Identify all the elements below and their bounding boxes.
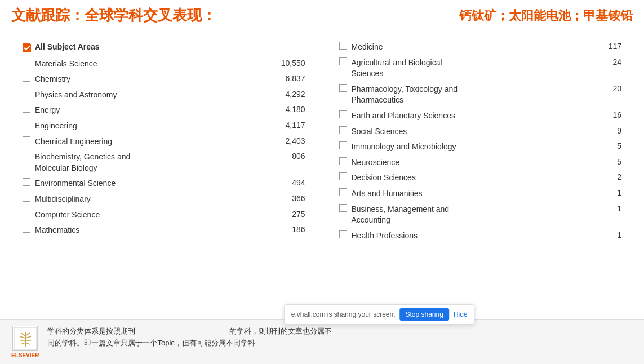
subject-label: Earth and Planetary Sciences [352, 110, 588, 122]
subject-checkbox[interactable] [339, 188, 347, 196]
subject-count: 1 [596, 230, 621, 239]
subject-label: Pharmacology, Toxicology andPharmaceutic… [352, 84, 588, 106]
subject-label: Biochemistry, Genetics andMolecular Biol… [35, 152, 271, 174]
footer-description: 学科的分类体系是按照期刊 的学科，则期刊的文章也分属不 同的学科。即一篇文章只属… [47, 326, 633, 349]
subject-count: 366 [280, 194, 305, 203]
subject-label: Medicine [352, 42, 588, 53]
all-subjects-label: All Subject Areas [35, 42, 305, 53]
list-item[interactable]: Biochemistry, Genetics andMolecular Biol… [23, 152, 305, 174]
list-item[interactable]: Business, Management andAccounting 1 [339, 204, 622, 226]
subject-label: Chemistry [35, 74, 271, 85]
list-item[interactable]: Energy 4,180 [23, 105, 305, 116]
subject-count: 9 [596, 126, 621, 135]
list-item[interactable]: Environmental Science 494 [23, 178, 305, 189]
subject-label: Chemical Engineering [35, 136, 271, 148]
subject-count: 20 [596, 84, 621, 93]
list-item[interactable]: Earth and Planetary Sciences 16 [339, 110, 622, 122]
subject-checkbox[interactable] [339, 230, 347, 238]
list-item[interactable]: Pharmacology, Toxicology andPharmaceutic… [339, 84, 622, 106]
subject-count: 4,292 [280, 90, 305, 99]
hide-button[interactable]: Hide [454, 310, 468, 318]
list-item[interactable]: Immunology and Microbiology 5 [339, 141, 622, 153]
list-item[interactable]: Mathematics 186 [23, 225, 305, 236]
subject-count: 275 [280, 210, 305, 219]
subject-label: Physics and Astronomy [35, 90, 271, 101]
subject-count: 117 [596, 42, 621, 51]
footer-text-line3: 同的学科。即一篇文章只属于一个Topic，但有可能分属不同学科 [47, 339, 255, 347]
right-subject-column: Medicine 117 Agricultural and Biological… [339, 42, 622, 246]
subject-label: Agricultural and BiologicalSciences [352, 57, 588, 79]
list-item[interactable]: Arts and Humanities 1 [339, 188, 622, 199]
list-item[interactable]: Health Professions 1 [339, 230, 622, 242]
list-item[interactable]: Chemistry 6,837 [23, 74, 305, 85]
elsevier-icon [12, 326, 38, 351]
subject-checkbox[interactable] [339, 157, 347, 165]
list-item[interactable]: Chemical Engineering 2,403 [23, 136, 305, 148]
elsevier-text: ELSEVIER [11, 352, 39, 358]
main-content: All Subject Areas Materials Science 10,5… [0, 30, 644, 257]
subject-count: 6,837 [280, 74, 305, 83]
subject-label: Engineering [35, 121, 271, 132]
subject-count: 5 [596, 157, 621, 166]
all-subjects-checkbox[interactable] [23, 43, 30, 51]
left-subject-column: All Subject Areas Materials Science 10,5… [23, 42, 305, 246]
list-item[interactable]: Multidisciplinary 366 [23, 194, 305, 205]
screen-share-banner: e.vhall.com is sharing your screen. Stop… [284, 304, 475, 325]
subject-checkbox[interactable] [23, 59, 30, 66]
subject-label: Energy [35, 105, 271, 116]
list-item[interactable]: Physics and Astronomy 4,292 [23, 90, 305, 101]
list-item[interactable]: Computer Science 275 [23, 210, 305, 221]
subject-count: 16 [596, 110, 621, 119]
subject-checkbox[interactable] [23, 210, 30, 217]
subject-checkbox[interactable] [23, 225, 30, 233]
list-item[interactable]: Decision Sciences 2 [339, 172, 622, 184]
subject-count: 10,550 [280, 59, 305, 68]
subject-label: Immunology and Microbiology [352, 141, 588, 153]
subject-checkbox[interactable] [339, 126, 347, 134]
subject-checkbox[interactable] [23, 136, 30, 144]
subject-checkbox[interactable] [339, 84, 347, 92]
subject-checkbox[interactable] [23, 152, 30, 159]
subject-checkbox[interactable] [23, 178, 30, 186]
subject-checkbox[interactable] [339, 57, 347, 65]
subject-checkbox[interactable] [339, 172, 347, 180]
subject-count: 1 [596, 204, 621, 213]
list-item[interactable]: Materials Science 10,550 [23, 59, 305, 70]
subject-checkbox[interactable] [339, 110, 347, 118]
subject-label: Business, Management andAccounting [352, 204, 588, 226]
all-subjects-row[interactable]: All Subject Areas [23, 42, 305, 53]
subject-label: Multidisciplinary [35, 194, 271, 205]
subject-label: Neuroscience [352, 157, 588, 168]
subject-checkbox[interactable] [23, 105, 30, 113]
subject-count: 4,180 [280, 105, 305, 114]
subject-count: 4,117 [280, 121, 305, 130]
footer: ELSEVIER 学科的分类体系是按照期刊 的学科，则期刊的文章也分属不 同的学… [0, 319, 644, 364]
subject-checkbox[interactable] [339, 141, 347, 149]
subject-checkbox[interactable] [23, 74, 30, 82]
subject-checkbox[interactable] [23, 121, 30, 128]
subject-count: 24 [596, 57, 621, 66]
footer-text-line2: 的学科，则期刊的文章也分属不 [229, 327, 332, 335]
subject-label: Environmental Science [35, 178, 271, 189]
subject-checkbox[interactable] [23, 90, 30, 97]
stop-sharing-button[interactable]: Stop sharing [399, 308, 448, 321]
screen-share-message: e.vhall.com is sharing your screen. [291, 310, 396, 318]
subject-count: 5 [596, 141, 621, 150]
list-item[interactable]: Engineering 4,117 [23, 121, 305, 132]
list-item[interactable]: Agricultural and BiologicalSciences 24 [339, 57, 622, 79]
subject-count: 806 [280, 152, 305, 161]
subject-checkbox[interactable] [23, 194, 30, 202]
list-item[interactable]: Medicine 117 [339, 42, 622, 53]
subject-count: 494 [280, 178, 305, 187]
subject-label: Computer Science [35, 210, 271, 221]
subject-checkbox[interactable] [339, 204, 347, 212]
subject-label: Health Professions [352, 230, 588, 242]
subject-label: Decision Sciences [352, 172, 588, 184]
subject-checkbox[interactable] [339, 42, 347, 50]
list-item[interactable]: Neuroscience 5 [339, 157, 622, 168]
elsevier-logo: ELSEVIER [11, 326, 39, 358]
subject-count: 186 [280, 225, 305, 234]
keywords: 钙钛矿；太阳能电池；甲基铵铅 [459, 7, 633, 24]
subject-count: 2 [596, 172, 621, 181]
list-item[interactable]: Social Sciences 9 [339, 126, 622, 137]
